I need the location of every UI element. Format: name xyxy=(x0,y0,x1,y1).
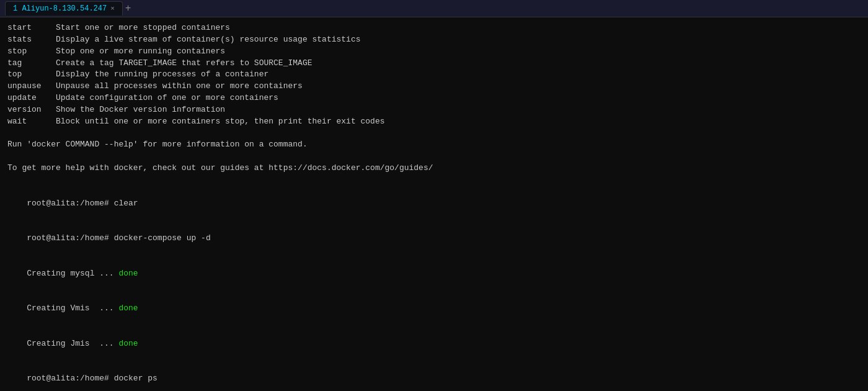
help-line-stats: stats Display a live stream of container… xyxy=(7,34,861,46)
tab-close-icon[interactable]: × xyxy=(110,5,115,12)
blank-line-3 xyxy=(7,174,861,186)
terminal: start Start one or more stopped containe… xyxy=(0,17,868,391)
help-footer1: Run 'docker COMMAND --help' for more inf… xyxy=(7,139,861,151)
compose-command: root@alita:/home# docker-compose up -d xyxy=(7,221,861,256)
help-line-top: top Display the running processes of a c… xyxy=(7,69,861,81)
help-line-stop: stop Stop one or more running containers xyxy=(7,46,861,58)
help-line-version: version Show the Docker version informat… xyxy=(7,104,861,116)
help-line-unpause: unpause Unpause all processes within one… xyxy=(7,81,861,92)
tab-label: 1 Aliyun-8.130.54.247 xyxy=(13,4,107,13)
help-line-tag: tag Create a tag TARGET_IMAGE that refer… xyxy=(7,58,861,70)
tab[interactable]: 1 Aliyun-8.130.54.247 × xyxy=(5,1,123,16)
creating-vmis: Creating Vmis ... done xyxy=(7,291,861,326)
help-lines: start Start one or more stopped containe… xyxy=(7,22,861,128)
creating-jmis: Creating Jmis ... done xyxy=(7,326,861,362)
blank-line-2 xyxy=(7,151,861,163)
title-bar: 1 Aliyun-8.130.54.247 × + xyxy=(0,0,868,17)
tab-add-icon[interactable]: + xyxy=(125,3,131,14)
help-footer2: To get more help with docker, check out … xyxy=(7,163,861,174)
blank-line-1 xyxy=(7,128,861,140)
help-line-start: start Start one or more stopped containe… xyxy=(7,22,861,34)
docker-ps-command: root@alita:/home# docker ps xyxy=(7,361,861,391)
clear-command: root@alita:/home# clear xyxy=(7,186,861,222)
creating-mysql: Creating mysql ... done xyxy=(7,256,861,292)
help-line-wait: wait Block until one or more containers … xyxy=(7,116,861,128)
help-line-update: update Update configuration of one or mo… xyxy=(7,92,861,104)
